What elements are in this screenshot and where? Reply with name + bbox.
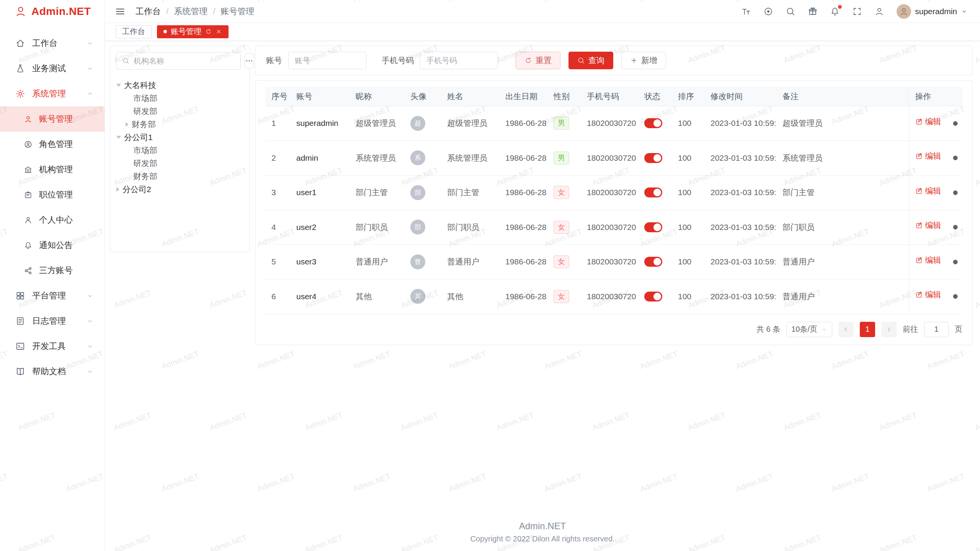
topbar: 工作台 / 系统管理 / 账号管理 bbox=[105, 0, 980, 23]
sidebar-subitem-notice[interactable]: 通知公告 bbox=[0, 233, 105, 258]
row-avatar: 普 bbox=[410, 254, 425, 269]
sidebar-subitem-profile-center[interactable]: 个人中心 bbox=[0, 207, 105, 233]
prev-page-button[interactable] bbox=[838, 322, 854, 337]
more-button[interactable] bbox=[948, 106, 963, 141]
breadcrumb-item[interactable]: 工作台 bbox=[136, 6, 161, 17]
sidebar-item-workbench[interactable]: 工作台 bbox=[0, 31, 105, 56]
breadcrumb-item[interactable]: 系统管理 bbox=[174, 6, 207, 17]
sidebar-item-dev-tools[interactable]: 开发工具 bbox=[0, 334, 105, 359]
share-icon bbox=[24, 266, 33, 275]
tree-node-dept[interactable]: 研发部 bbox=[116, 105, 243, 118]
chevron-down-icon bbox=[961, 8, 968, 15]
tree-node-dept[interactable]: 市场部 bbox=[116, 92, 243, 105]
reset-button[interactable]: 重置 bbox=[516, 52, 560, 69]
org-search-input[interactable] bbox=[134, 57, 235, 65]
plus-icon bbox=[630, 57, 638, 64]
sidebar-subitem-account-mgmt[interactable]: 账号管理 bbox=[0, 106, 105, 132]
col-status: 状态 bbox=[638, 87, 672, 106]
tabbar: 工作台 账号管理 bbox=[105, 23, 980, 41]
tree-node-dept[interactable]: 财务部 bbox=[116, 170, 243, 183]
menu-collapse-icon[interactable] bbox=[115, 6, 126, 17]
status-toggle[interactable] bbox=[644, 222, 662, 232]
row-avatar: 部 bbox=[410, 185, 425, 200]
col-account: 账号 bbox=[290, 87, 350, 106]
add-button[interactable]: 新增 bbox=[621, 52, 666, 69]
search-icon[interactable] bbox=[786, 7, 795, 16]
notification-icon[interactable] bbox=[830, 7, 840, 16]
page-size-select[interactable]: 10条/页 bbox=[786, 322, 832, 337]
edit-icon bbox=[915, 152, 923, 160]
sidebar-menu: 工作台 业务测试 系统管理 bbox=[0, 23, 105, 384]
pagination-total: 共 6 条 bbox=[756, 324, 780, 334]
sidebar-item-log-mgmt[interactable]: 日志管理 bbox=[0, 308, 105, 334]
logo[interactable]: Admin.NET bbox=[0, 0, 105, 23]
tab-workbench[interactable]: 工作台 bbox=[116, 25, 152, 38]
edit-button[interactable]: 编辑 bbox=[915, 220, 941, 231]
flask-icon bbox=[15, 64, 25, 73]
font-size-icon[interactable] bbox=[741, 7, 751, 16]
chevron-down-icon bbox=[86, 342, 94, 350]
status-toggle[interactable] bbox=[644, 153, 662, 163]
edit-button[interactable]: 编辑 bbox=[915, 116, 941, 127]
sidebar-item-system-mgmt[interactable]: 系统管理 bbox=[0, 81, 105, 106]
table-row: 4 user2 部门职员 部 部门职员 1986-06-28 女 1802003… bbox=[265, 210, 962, 245]
grid-icon bbox=[15, 291, 25, 301]
status-toggle[interactable] bbox=[644, 257, 662, 267]
sidebar-item-platform-mgmt[interactable]: 平台管理 bbox=[0, 283, 105, 308]
edit-button[interactable]: 编辑 bbox=[915, 289, 941, 300]
username: superadmin bbox=[915, 7, 957, 16]
user-menu[interactable]: superadmin bbox=[897, 4, 968, 19]
gift-icon[interactable] bbox=[808, 7, 818, 16]
status-toggle[interactable] bbox=[644, 118, 662, 128]
tree-node-dept[interactable]: 研发部 bbox=[116, 157, 243, 170]
tree-node-company[interactable]: 分公司1 bbox=[116, 131, 243, 144]
theme-icon[interactable] bbox=[763, 7, 773, 16]
sidebar-subitem-position-mgmt[interactable]: 职位管理 bbox=[0, 182, 105, 207]
status-toggle[interactable] bbox=[644, 292, 662, 302]
right-column: 账号 手机号码 重置 查询 bbox=[255, 46, 973, 345]
edit-button[interactable]: 编辑 bbox=[915, 151, 941, 161]
tree-more-button[interactable] bbox=[245, 53, 254, 68]
more-button[interactable] bbox=[948, 279, 963, 314]
tab-account-mgmt[interactable]: 账号管理 bbox=[157, 25, 229, 38]
goto-page-input[interactable] bbox=[924, 322, 949, 337]
org-search-box bbox=[116, 52, 241, 70]
more-button[interactable] bbox=[948, 176, 963, 210]
close-icon[interactable] bbox=[216, 28, 222, 35]
tree-node-company[interactable]: 分公司2 bbox=[116, 183, 243, 196]
tree-node-dept[interactable]: 财务部 bbox=[116, 118, 243, 131]
status-toggle[interactable] bbox=[644, 187, 662, 197]
sidebar: Admin.NET 工作台 业务测试 系统管理 bbox=[0, 0, 105, 551]
sidebar-subitem-org-mgmt[interactable]: 机构管理 bbox=[0, 157, 105, 182]
user-icon[interactable] bbox=[874, 7, 884, 16]
search-button[interactable]: 查询 bbox=[568, 52, 613, 69]
content: 大名科技 市场部 研发部 财务部 分公司1 bbox=[105, 41, 980, 551]
more-button[interactable] bbox=[948, 245, 963, 279]
tree-node-company[interactable]: 大名科技 bbox=[116, 79, 243, 92]
account-input[interactable] bbox=[288, 52, 366, 69]
breadcrumb-item[interactable]: 账号管理 bbox=[220, 6, 254, 17]
fullscreen-icon[interactable] bbox=[852, 7, 862, 16]
sidebar-subitem-thirdparty[interactable]: 三方账号 bbox=[0, 258, 105, 283]
col-nickname: 昵称 bbox=[350, 87, 404, 106]
more-button[interactable] bbox=[948, 141, 963, 175]
sidebar-item-help-docs[interactable]: 帮助文档 bbox=[0, 359, 105, 384]
caret-right-icon bbox=[116, 187, 119, 192]
refresh-icon[interactable] bbox=[205, 28, 212, 35]
sidebar-item-business-test[interactable]: 业务测试 bbox=[0, 56, 105, 81]
page-number-button[interactable]: 1 bbox=[860, 322, 875, 337]
col-phone: 手机号码 bbox=[581, 87, 638, 106]
more-icon bbox=[245, 57, 253, 65]
table-card: 序号 账号 昵称 头像 姓名 出生日期 性别 手机号码 状态 排序 修改时间 bbox=[255, 80, 973, 345]
edit-button[interactable]: 编辑 bbox=[915, 186, 941, 196]
gender-badge: 女 bbox=[554, 221, 569, 234]
edit-button[interactable]: 编辑 bbox=[915, 255, 941, 266]
next-page-button[interactable] bbox=[881, 322, 897, 337]
tree-node-dept[interactable]: 市场部 bbox=[116, 144, 243, 157]
role-icon bbox=[24, 140, 33, 149]
more-button[interactable] bbox=[948, 210, 963, 245]
phone-input[interactable] bbox=[420, 52, 498, 69]
row-avatar: 系 bbox=[410, 150, 425, 165]
sidebar-subitem-role-mgmt[interactable]: 角色管理 bbox=[0, 132, 105, 157]
page-unit-label: 页 bbox=[955, 324, 962, 334]
